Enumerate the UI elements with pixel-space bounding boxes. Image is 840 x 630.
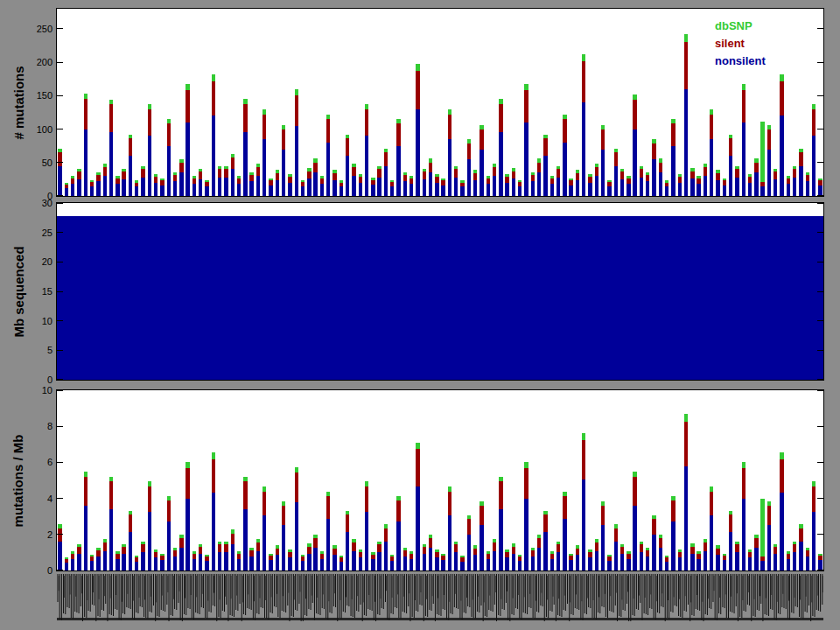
y-tick-label: 2: [12, 528, 52, 541]
y-tick-label: 6: [12, 456, 52, 468]
y-tick-label: 10: [12, 315, 52, 327]
y-tick-label: 15: [12, 285, 52, 298]
mutations-per-mb-panel: [57, 390, 823, 570]
y-axis-label-text: mutations / Mb: [11, 434, 26, 527]
y-tick-label: 10: [12, 384, 52, 396]
mutation-rate-figure: # mutations Mb sequenced mutations / Mb …: [0, 0, 840, 630]
sample-labels-texture: [57, 574, 823, 621]
y-tick-label: 250: [12, 23, 52, 35]
y-tick-label: 0: [12, 564, 52, 577]
mutation-counts-chart: [57, 9, 823, 196]
legend-item-silent: silent: [715, 35, 766, 52]
y-tick-label: 8: [12, 420, 52, 432]
y-tick-label: 100: [12, 123, 52, 136]
y-tick-label: 30: [12, 197, 52, 209]
mutations-per-mb-chart: [57, 390, 823, 570]
y-tick-label: 200: [12, 56, 52, 68]
y-tick-label: 50: [12, 157, 52, 169]
legend-item-nonsilent: nonsilent: [715, 52, 766, 70]
y-tick-label: 150: [12, 89, 52, 102]
y-axis-label-mutations-per-mb: mutations / Mb: [0, 390, 37, 570]
y-tick-label: 25: [12, 227, 52, 239]
y-tick-label: 5: [12, 344, 52, 356]
mutation-counts-panel: dbSNP silent nonsilent: [57, 9, 823, 196]
sample-labels-strip: [57, 574, 823, 621]
y-tick-label: 4: [12, 493, 52, 505]
y-tick-label: 20: [12, 256, 52, 268]
mb-sequenced-panel: [57, 203, 823, 380]
legend: dbSNP silent nonsilent: [715, 18, 766, 70]
legend-item-dbsnp: dbSNP: [715, 18, 766, 35]
mb-sequenced-chart: [57, 203, 823, 380]
